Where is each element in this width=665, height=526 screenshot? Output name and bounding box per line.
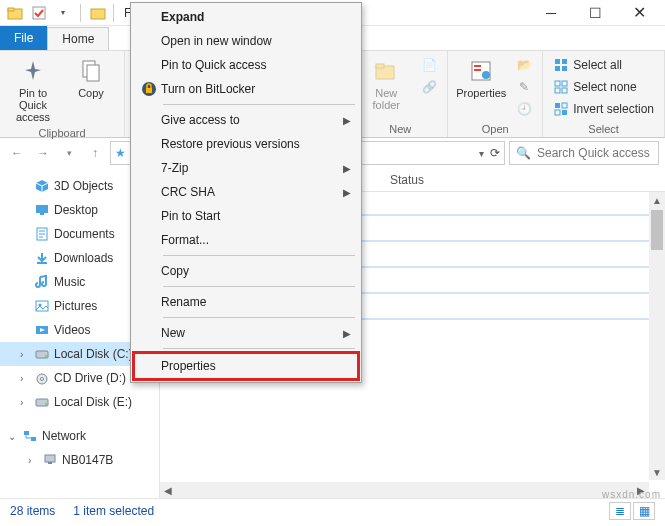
bitlocker-icon xyxy=(137,81,161,97)
svg-rect-40 xyxy=(146,88,152,93)
group-new: New folder 📄 🔗 New xyxy=(353,51,448,137)
status-bar: 28 items 1 item selected ≣ ▦ xyxy=(0,498,665,522)
svg-rect-19 xyxy=(562,103,567,108)
svg-point-9 xyxy=(482,71,490,79)
tree-icon xyxy=(34,202,50,218)
svg-rect-15 xyxy=(562,81,567,86)
group-select: Select all Select none Invert selection … xyxy=(543,51,665,137)
copy-button[interactable]: Copy xyxy=(64,55,118,101)
edit-button[interactable]: ✎ xyxy=(512,77,536,97)
maximize-button[interactable]: ☐ xyxy=(573,0,617,26)
ctx-rename[interactable]: Rename xyxy=(133,290,359,314)
tree-icon xyxy=(34,346,50,362)
tree-icon xyxy=(34,274,50,290)
tree-item-network[interactable]: ⌄Network xyxy=(0,424,159,448)
svg-rect-20 xyxy=(555,110,560,115)
up-button[interactable]: ↑ xyxy=(84,142,106,164)
status-selected-count: 1 item selected xyxy=(73,504,154,518)
easy-access-icon: 🔗 xyxy=(421,79,437,95)
ctx-properties[interactable]: Properties xyxy=(133,352,359,380)
tree-icon xyxy=(34,322,50,338)
new-item-button[interactable]: 📄 xyxy=(417,55,441,75)
svg-rect-35 xyxy=(24,431,29,435)
edit-icon: ✎ xyxy=(516,79,532,95)
network-icon xyxy=(22,428,38,444)
ctx-copy[interactable]: Copy xyxy=(133,259,359,283)
svg-rect-10 xyxy=(555,59,560,64)
svg-rect-25 xyxy=(37,262,47,264)
check-icon[interactable] xyxy=(28,2,50,24)
tree-item-host[interactable]: ›NB0147B xyxy=(0,448,159,472)
app-folder-icon xyxy=(87,2,109,24)
tree-icon xyxy=(34,250,50,266)
new-item-icon: 📄 xyxy=(421,57,437,73)
tree-icon xyxy=(34,178,50,194)
tab-home[interactable]: Home xyxy=(47,27,109,50)
svg-rect-21 xyxy=(562,110,567,115)
ctx-give-access[interactable]: Give access to▶ xyxy=(133,108,359,132)
ctx-bitlocker[interactable]: Turn on BitLocker xyxy=(133,77,359,101)
search-input[interactable]: 🔍 Search Quick access xyxy=(509,141,659,165)
select-none-button[interactable]: Select none xyxy=(549,77,658,97)
svg-rect-18 xyxy=(555,103,560,108)
select-all-icon xyxy=(553,57,569,73)
ctx-open-new-window[interactable]: Open in new window xyxy=(133,29,359,53)
svg-rect-2 xyxy=(33,7,45,19)
search-icon: 🔍 xyxy=(516,146,531,160)
ctx-expand[interactable]: Expand xyxy=(133,5,359,29)
invert-selection-button[interactable]: Invert selection xyxy=(549,99,658,119)
context-menu: Expand Open in new window Pin to Quick a… xyxy=(130,2,362,383)
svg-rect-23 xyxy=(40,213,44,215)
ctx-crc-sha[interactable]: CRC SHA▶ xyxy=(133,180,359,204)
recent-locations-button[interactable]: ▾ xyxy=(58,142,80,164)
svg-rect-22 xyxy=(36,205,48,213)
select-none-icon xyxy=(553,79,569,95)
svg-rect-1 xyxy=(8,8,14,11)
refresh-icon[interactable]: ⟳ xyxy=(490,146,500,160)
forward-button[interactable]: → xyxy=(32,142,54,164)
select-all-button[interactable]: Select all xyxy=(549,55,658,75)
copy-icon xyxy=(77,57,105,85)
ctx-7zip[interactable]: 7-Zip▶ xyxy=(133,156,359,180)
svg-rect-16 xyxy=(555,88,560,93)
close-button[interactable]: ✕ xyxy=(617,0,661,26)
open-button[interactable]: 📂 xyxy=(512,55,536,75)
tab-file[interactable]: File xyxy=(0,26,47,50)
pin-to-quick-access-button[interactable]: Pin to Quick access xyxy=(6,55,60,125)
thumbnails-view-button[interactable]: ▦ xyxy=(633,502,655,520)
tree-item-local-disk-e-[interactable]: ›Local Disk (E:) xyxy=(0,390,159,414)
back-button[interactable]: ← xyxy=(6,142,28,164)
new-folder-button[interactable]: New folder xyxy=(359,55,413,113)
open-icon: 📂 xyxy=(516,57,532,73)
watermark: wsxdn.com xyxy=(602,489,661,500)
history-button[interactable]: 🕘 xyxy=(512,99,536,119)
easy-access-button[interactable]: 🔗 xyxy=(417,77,441,97)
svg-rect-3 xyxy=(91,9,105,19)
ctx-new[interactable]: New▶ xyxy=(133,321,359,345)
ctx-pin-quick-access[interactable]: Pin to Quick access xyxy=(133,53,359,77)
minimize-button[interactable]: ─ xyxy=(529,0,573,26)
pin-icon xyxy=(19,57,47,85)
tree-icon xyxy=(34,226,50,242)
svg-rect-12 xyxy=(555,66,560,71)
invert-selection-icon xyxy=(553,101,569,117)
horizontal-scrollbar[interactable]: ◀▶ xyxy=(160,482,649,498)
vertical-scrollbar[interactable]: ▲▼ xyxy=(649,192,665,480)
details-view-button[interactable]: ≣ xyxy=(609,502,631,520)
folder-icon[interactable] xyxy=(4,2,26,24)
ctx-format[interactable]: Format... xyxy=(133,228,359,252)
star-icon: ★ xyxy=(115,146,126,160)
svg-rect-13 xyxy=(562,66,567,71)
quick-access-toolbar: ▾ xyxy=(4,2,109,24)
dropdown-icon[interactable]: ▾ xyxy=(52,2,74,24)
history-icon: 🕘 xyxy=(516,101,532,117)
properties-button[interactable]: Properties xyxy=(454,55,508,101)
ctx-restore-versions[interactable]: Restore previous versions xyxy=(133,132,359,156)
ctx-pin-start[interactable]: Pin to Start xyxy=(133,204,359,228)
tree-icon xyxy=(34,370,50,386)
svg-rect-5 xyxy=(87,65,99,81)
properties-icon xyxy=(467,57,495,85)
group-open: Properties 📂 ✎ 🕘 Open xyxy=(448,51,543,137)
svg-point-32 xyxy=(41,378,44,381)
tree-icon xyxy=(34,394,50,410)
